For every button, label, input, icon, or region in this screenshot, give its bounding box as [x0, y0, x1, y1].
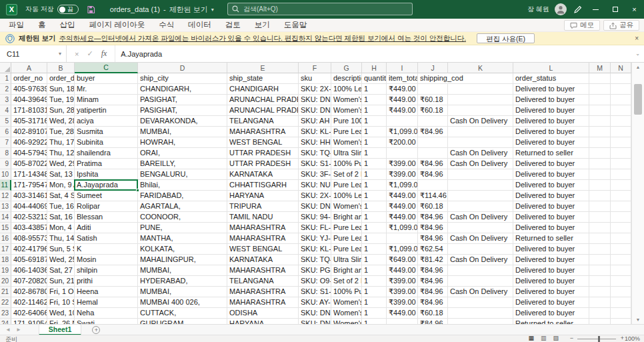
cell-L4[interactable]: Delivered to buyer — [513, 105, 589, 116]
cell-E19[interactable]: MAHARASHTRA — [227, 265, 299, 276]
cell-G4[interactable]: Women's — [331, 105, 362, 116]
cell-G17[interactable]: Pure Leat — [331, 244, 362, 255]
cell-E23[interactable]: ODISHA — [227, 308, 299, 319]
cell-F24[interactable]: SKU: DN — [299, 319, 331, 324]
cell-K5[interactable]: Cash On Delivery — [448, 116, 513, 127]
cell-C15[interactable]: Aditi — [75, 223, 138, 233]
cell-L18[interactable]: Delivered to buyer — [513, 255, 589, 265]
cell-F13[interactable]: SKU: DN — [299, 201, 331, 212]
cell-C8[interactable]: shailendra — [75, 148, 138, 159]
cell-C7[interactable]: Subinita — [75, 137, 138, 148]
ribbon-tab-2[interactable]: 삽입 — [60, 20, 75, 30]
scroll-down-icon[interactable]: ▼ — [632, 317, 644, 322]
cell-A12[interactable]: 403-31461 — [11, 191, 47, 201]
cell-L21[interactable]: Delivered to buyer — [513, 287, 589, 297]
cell-N5[interactable] — [611, 116, 631, 127]
cell-A13[interactable]: 404-44069 — [11, 201, 47, 212]
cell-E4[interactable]: ARUNACHAL PRADESH — [227, 105, 299, 116]
cell-J19[interactable]: ₹84.96 — [418, 265, 448, 276]
cell-E17[interactable]: WEST BENGAL — [227, 244, 299, 255]
cell-N7[interactable] — [611, 137, 631, 148]
zoom-slider-thumb[interactable] — [598, 336, 600, 342]
cell-E13[interactable]: TRIPURA — [227, 201, 299, 212]
cell-I23[interactable]: ₹449.00 — [387, 308, 418, 319]
column-header-M[interactable]: M — [589, 63, 611, 73]
cell-K9[interactable]: Cash On Delivery — [448, 159, 513, 169]
insert-function-icon[interactable]: fx — [101, 49, 107, 59]
cell-M23[interactable] — [589, 308, 611, 319]
cell-J23[interactable]: ₹60.18 — [418, 308, 448, 319]
cell-M19[interactable] — [589, 265, 611, 276]
cell-D22[interactable]: MUMBAI 400 026, — [138, 297, 227, 308]
column-header-L[interactable]: L — [513, 63, 589, 73]
cell-I9[interactable]: ₹399.00 — [387, 159, 418, 169]
cell-H6[interactable]: 1 — [362, 127, 387, 137]
row-header-11[interactable]: 11 — [0, 180, 11, 191]
cell-D20[interactable]: HYDERABAD, — [138, 276, 227, 287]
cell-D8[interactable]: ORAI, — [138, 148, 227, 159]
cell-H2[interactable]: 1 — [362, 84, 387, 95]
cell-F5[interactable]: SKU: AH — [299, 116, 331, 127]
sheet-tab-sheet1[interactable]: Sheet1 — [39, 325, 81, 335]
cell-I10[interactable]: ₹399.00 — [387, 169, 418, 180]
cell-K4[interactable] — [448, 105, 513, 116]
cell-L20[interactable]: Delivered to buyer — [513, 276, 589, 287]
minimize-button[interactable] — [586, 0, 605, 19]
cell-A14[interactable]: 402-53213 — [11, 212, 47, 223]
cell-N9[interactable] — [611, 159, 631, 169]
cell-G7[interactable]: Women's — [331, 137, 362, 148]
cell-N23[interactable] — [611, 308, 631, 319]
ink-pen-icon[interactable] — [573, 5, 582, 14]
cell-H7[interactable]: 1 — [362, 137, 387, 148]
cell-A11[interactable]: 171-79547 — [11, 180, 47, 191]
cell-M24[interactable] — [589, 319, 611, 324]
cell-G19[interactable]: Bright an — [331, 265, 362, 276]
cell-J6[interactable]: ₹84.96 — [418, 127, 448, 137]
cell-D10[interactable]: BENGALURU, — [138, 169, 227, 180]
cell-J9[interactable]: ₹84.96 — [418, 159, 448, 169]
cell-C13[interactable]: Rolipar — [75, 201, 138, 212]
cell-J15[interactable]: ₹84.96 — [418, 223, 448, 233]
cell-L8[interactable]: Returned to seller — [513, 148, 589, 159]
cell-G15[interactable]: Pure Leat — [331, 223, 362, 233]
cell-G9[interactable]: 100% Pur — [331, 159, 362, 169]
cell-I21[interactable]: ₹399.00 — [387, 287, 418, 297]
cell-J11[interactable] — [418, 180, 448, 191]
cell-L14[interactable]: Delivered to buyer — [513, 212, 589, 223]
cell-H11[interactable]: 1 — [362, 180, 387, 191]
cell-C21[interactable]: Heena — [75, 287, 138, 297]
cell-K3[interactable] — [448, 95, 513, 105]
cell-H23[interactable]: 1 — [362, 308, 387, 319]
cell-K10[interactable] — [448, 169, 513, 180]
cell-F23[interactable]: SKU: DN — [299, 308, 331, 319]
cell-D23[interactable]: CUTTACK, — [138, 308, 227, 319]
cell-D21[interactable]: MUMBAI, — [138, 287, 227, 297]
save-icon[interactable] — [87, 5, 95, 14]
cell-M17[interactable] — [589, 244, 611, 255]
cell-B3[interactable]: Tue, 19 O — [47, 95, 75, 105]
row-header-12[interactable]: 12 — [0, 191, 11, 201]
cell-M11[interactable] — [589, 180, 611, 191]
cell-F18[interactable]: SKU: TQ- — [299, 255, 331, 265]
cell-C2[interactable]: Mr. — [75, 84, 138, 95]
row-header-18[interactable]: 18 — [0, 255, 11, 265]
normal-view-icon[interactable]: ▦ — [528, 335, 534, 341]
cell-N16[interactable] — [611, 233, 631, 244]
cell-B7[interactable]: Thu, 17 J — [47, 137, 75, 148]
cell-M9[interactable] — [589, 159, 611, 169]
cell-F14[interactable]: SKU: 94- — [299, 212, 331, 223]
row-header-13[interactable]: 13 — [0, 201, 11, 212]
cell-F6[interactable]: SKU: KL- — [299, 127, 331, 137]
ribbon-tab-6[interactable]: 검토 — [225, 20, 241, 30]
cell-C20[interactable]: prithi — [75, 276, 138, 287]
cell-F22[interactable]: SKU: AY- — [299, 297, 331, 308]
cell-N8[interactable] — [611, 148, 631, 159]
cell-M18[interactable] — [589, 255, 611, 265]
cell-M16[interactable] — [589, 233, 611, 244]
cell-C23[interactable]: Neha — [75, 308, 138, 319]
cell-B6[interactable]: Tue, 28 S — [47, 127, 75, 137]
cell-K24[interactable] — [448, 319, 513, 324]
cell-D5[interactable]: DEVARAKONDA, — [138, 116, 227, 127]
cell-E12[interactable]: HARYANA — [227, 191, 299, 201]
cell-J18[interactable]: ₹81.42 — [418, 255, 448, 265]
